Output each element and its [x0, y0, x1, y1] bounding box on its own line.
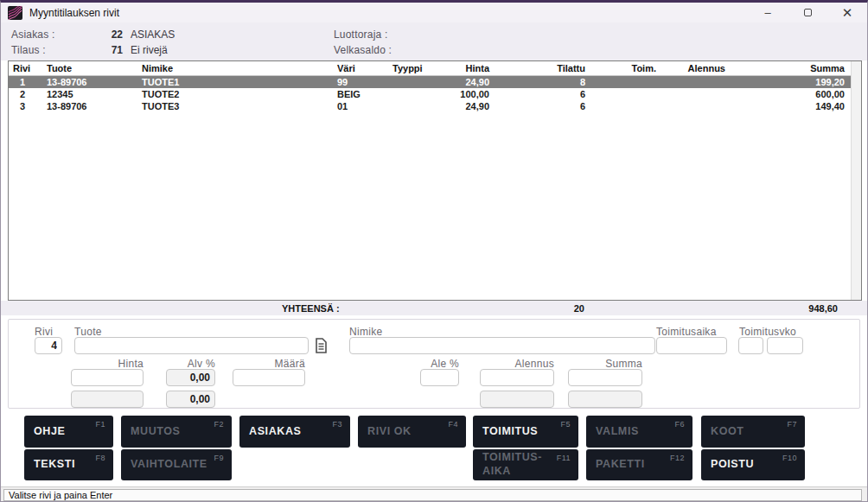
asiakas-button[interactable]: ASIAKASF3	[239, 416, 350, 448]
ohje-button[interactable]: OHJEF1	[24, 416, 113, 448]
col-tilattu: Tilattu	[493, 63, 588, 73]
hinta-input[interactable]	[71, 369, 144, 386]
col-hinta: Hinta	[438, 63, 493, 73]
fkey-label: F8	[95, 454, 105, 462]
valmis-button[interactable]: VALMISF6	[586, 416, 692, 448]
alennus-input[interactable]	[480, 369, 554, 386]
fkey-label: F12	[670, 454, 685, 462]
toimitusaika-label: Toimitusaika	[656, 326, 717, 338]
nimike-label: Nimike	[349, 326, 382, 338]
fkey-label: F5	[560, 420, 571, 429]
koot-button[interactable]: KOOTF7	[701, 416, 805, 448]
col-rivi: Rivi	[9, 63, 36, 73]
order-info-header: Asiakas : 22 ASIAKAS Luottoraja : Tilaus…	[1, 22, 867, 60]
ale-input[interactable]	[420, 369, 459, 386]
toimitusaika-input[interactable]	[656, 337, 727, 354]
col-toim: Toim.	[588, 63, 660, 73]
hinta-label: Hinta	[71, 358, 144, 370]
fkey-label: F11	[557, 454, 571, 462]
table-body: 1 13-89706 TUOTE1 99 24,90 8 199,20 2 12…	[9, 76, 851, 300]
table-header: Rivi Tuote Nimike Väri Tyyppi Hinta Tila…	[9, 61, 851, 76]
tilaus-number: 71	[83, 44, 123, 56]
fkey-label: F9	[214, 454, 224, 462]
rivi-label: Rivi	[35, 326, 53, 338]
toimitusvko-input-1[interactable]	[738, 337, 763, 354]
paketti-button[interactable]: PAKETTIF12	[586, 449, 692, 480]
maximize-icon	[804, 9, 812, 16]
close-button[interactable]: ✕	[827, 3, 867, 22]
asiakas-label: Asiakas :	[11, 29, 55, 41]
summa-input-2[interactable]	[568, 391, 642, 408]
tilaus-label: Tilaus :	[11, 44, 46, 56]
col-summa: Summa	[729, 63, 851, 73]
teksti-button[interactable]: TEKSTIF8	[24, 449, 113, 480]
rivi-ok-button[interactable]: RIVI OKF4	[358, 416, 466, 448]
toimitusvko-label: Toimitusvko	[739, 326, 796, 338]
fkey-label: F2	[214, 420, 224, 429]
table-row[interactable]: 1 13-89706 TUOTE1 99 24,90 8 199,20	[9, 76, 851, 88]
tuote-input[interactable]	[74, 337, 309, 354]
toimitusaika-button[interactable]: TOIMITUS- AIKAF11	[473, 449, 578, 480]
col-alennus: Alennus	[660, 63, 729, 73]
status-bar: Valitse rivi ja paina Enter	[1, 486, 867, 502]
tuote-label: Tuote	[74, 326, 102, 338]
product-lookup-icon[interactable]	[314, 338, 328, 353]
titlebar: Myyntitilauksen rivit – ✕	[1, 3, 867, 22]
asiakas-name: ASIAKAS	[131, 29, 175, 41]
hinta-input-2[interactable]	[71, 391, 144, 408]
toimitusvko-input-2[interactable]	[767, 337, 803, 354]
vaihtolaite-button[interactable]: VAIHTOLAITEF9	[121, 449, 232, 480]
app-window: Myyntitilauksen rivit – ✕ Asiakas : 22 A…	[0, 0, 868, 502]
velkasaldo-label: Velkasaldo :	[334, 44, 392, 56]
rivi-input[interactable]	[35, 337, 62, 354]
table-scrollbar[interactable]	[851, 61, 861, 300]
asiakas-number: 22	[83, 29, 123, 41]
totals-bar: YHTEENSÄ : 20 948,60	[1, 301, 867, 315]
ale-label: Ale %	[420, 358, 459, 370]
maara-input[interactable]	[233, 369, 305, 386]
order-rows-table: Rivi Tuote Nimike Väri Tyyppi Hinta Tila…	[8, 60, 862, 301]
summa-label: Summa	[568, 358, 642, 370]
col-vari: Väri	[329, 63, 382, 73]
col-tuote: Tuote	[36, 63, 133, 73]
poistu-button[interactable]: POISTUF10	[701, 449, 805, 480]
muutos-button[interactable]: MUUTOSF2	[121, 416, 232, 448]
alennus-input-2[interactable]	[480, 391, 554, 408]
totals-summa-value: 948,60	[728, 303, 862, 314]
fkey-label: F10	[782, 454, 797, 462]
row-edit-form: Rivi Tuote Nimike Toimitusaika Toimitusv…	[8, 319, 860, 409]
lower-panel: Rivi Tuote Nimike Toimitusaika Toimitusv…	[1, 315, 867, 486]
minimize-button[interactable]: –	[748, 3, 788, 22]
tilaus-info: Ei rivejä	[131, 44, 168, 56]
col-nimike: Nimike	[133, 63, 329, 73]
fkey-label: F3	[332, 420, 342, 429]
maara-label: Määrä	[233, 358, 305, 370]
summa-input[interactable]	[568, 369, 642, 386]
table-row[interactable]: 3 13-89706 TUOTE3 01 24,90 6 149,40	[9, 100, 851, 112]
status-message: Valitse rivi ja paina Enter	[3, 489, 862, 501]
totals-tilattu-value: 20	[492, 303, 587, 314]
fkey-label: F6	[674, 420, 685, 429]
col-tyyppi: Tyyppi	[382, 63, 438, 73]
window-controls: – ✕	[748, 3, 867, 22]
maximize-button[interactable]	[788, 3, 827, 22]
alv-label: Alv %	[166, 358, 215, 370]
totals-label: YHTEENSÄ :	[8, 303, 437, 314]
nimike-input[interactable]	[349, 337, 655, 354]
table-row[interactable]: 2 12345 TUOTE2 BEIG 100,00 6 600,00	[9, 88, 851, 100]
app-logo-icon	[8, 6, 22, 20]
window-title: Myyntitilauksen rivit	[29, 7, 119, 19]
alv-input-2[interactable]	[166, 391, 215, 408]
luottoraja-label: Luottoraja :	[334, 29, 387, 41]
fkey-label: F1	[95, 420, 105, 429]
alennus-label: Alennus	[480, 358, 554, 370]
fkey-label: F4	[448, 420, 458, 429]
fkey-label: F7	[787, 420, 797, 429]
alv-input[interactable]	[166, 369, 215, 386]
toimitus-button[interactable]: TOIMITUSF5	[473, 416, 578, 448]
